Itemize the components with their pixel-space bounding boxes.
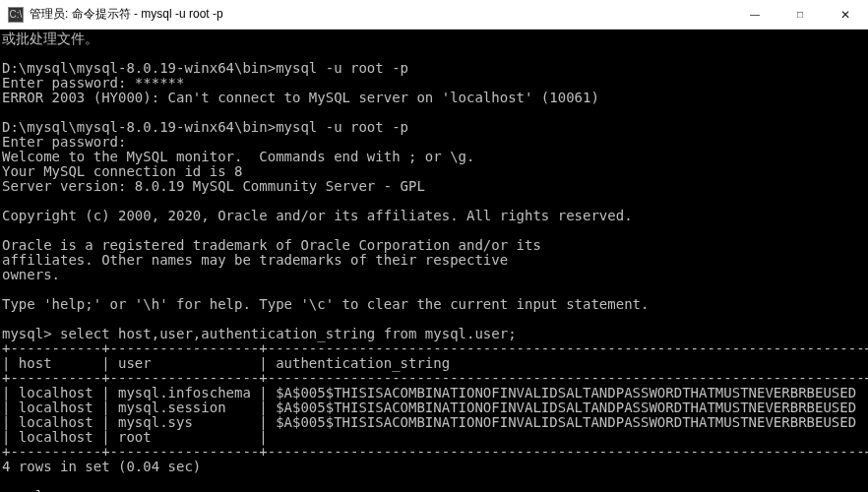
minimize-button[interactable]: — xyxy=(732,0,777,29)
close-button[interactable]: ✕ xyxy=(823,0,868,29)
terminal-output[interactable]: 或批处理文件。 D:\mysql\mysql-8.0.19-winx64\bin… xyxy=(0,30,868,492)
window-titlebar: C:\ 管理员: 命令提示符 - mysql -u root -p — □ ✕ xyxy=(0,0,868,30)
maximize-button[interactable]: □ xyxy=(777,0,823,29)
window-controls: — □ ✕ xyxy=(732,0,868,29)
cmd-icon: C:\ xyxy=(8,7,24,23)
window-title: 管理员: 命令提示符 - mysql -u root -p xyxy=(30,6,732,23)
